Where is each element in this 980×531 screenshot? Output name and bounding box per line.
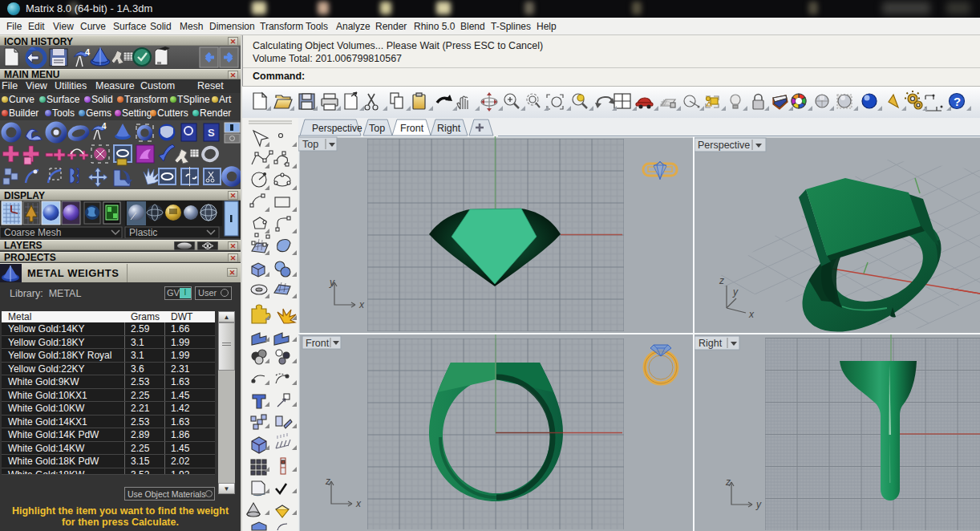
svg-text:4: 4 <box>102 122 107 131</box>
svg-text:z: z <box>725 476 731 488</box>
svg-text:y: y <box>755 499 762 510</box>
svg-text:x: x <box>748 309 755 320</box>
svg-text:Right: Right <box>699 338 723 349</box>
svg-text:y: y <box>329 277 335 288</box>
svg-text:y: y <box>732 286 739 298</box>
svg-text:Top: Top <box>369 123 385 134</box>
svg-text:Front: Front <box>400 123 424 134</box>
svg-text:Front: Front <box>306 338 330 349</box>
svg-text:Top: Top <box>302 139 318 150</box>
svg-text:Perspective: Perspective <box>312 123 362 134</box>
svg-text:z: z <box>719 275 724 286</box>
svg-text:?: ? <box>954 95 961 108</box>
svg-text:z: z <box>325 476 330 487</box>
svg-text:4: 4 <box>85 47 91 57</box>
svg-text:Perspective: Perspective <box>698 140 750 151</box>
svg-text:Right: Right <box>437 123 461 134</box>
svg-text:Coarse Mesh: Coarse Mesh <box>4 227 61 238</box>
svg-text:x: x <box>358 299 365 310</box>
svg-text:Plastic: Plastic <box>129 227 157 238</box>
svg-text:x: x <box>355 498 362 509</box>
svg-text:S: S <box>208 127 215 139</box>
